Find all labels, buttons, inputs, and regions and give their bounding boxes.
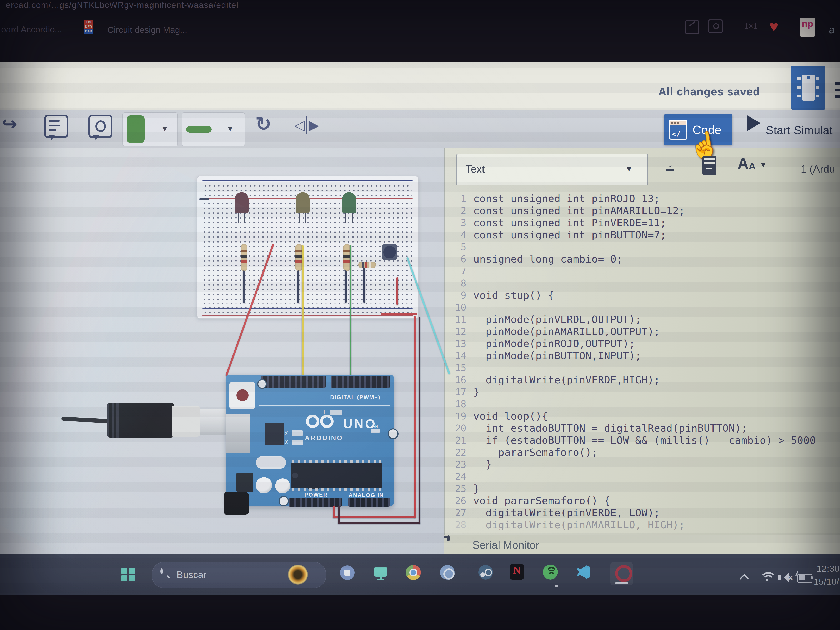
digital-header-pins — [331, 376, 390, 387]
screen-photo: ercad.com/...gs/gNTKLbcWRgv-magnificent-… — [0, 0, 840, 630]
rail-negative-top — [202, 180, 413, 182]
weather-sun-icon — [288, 565, 308, 584]
editor-mode-dropdown[interactable]: Text ▼ — [456, 154, 648, 185]
color-swatch — [127, 115, 145, 143]
text-size-dropdown[interactable]: A A ▼ — [737, 156, 767, 171]
wire-green[interactable] — [350, 245, 352, 377]
share-icon[interactable] — [685, 20, 699, 34]
code-line: 27 digitalWrite(pinVERDE, LOW); — [450, 507, 840, 519]
reset-button[interactable] — [229, 382, 255, 409]
code-line: 14 pinMode(pinBUTTON,INPUT); — [450, 350, 840, 362]
atmega-ic — [291, 463, 382, 488]
active-app-tile[interactable] — [610, 562, 633, 586]
taskbar-monitor-app-icon[interactable] — [374, 567, 387, 580]
code-line: 26void pararSemaforo() { — [450, 494, 840, 507]
wifi-icon[interactable] — [759, 572, 775, 583]
resistor[interactable] — [295, 244, 302, 271]
arduino-logo — [306, 415, 319, 428]
browser-tab-1[interactable]: oard Accordio... — [1, 25, 62, 35]
wire-type-dropdown[interactable]: ▼ — [182, 112, 245, 146]
code-line: 2const unsigned int pinAMARILLO=12; — [450, 205, 840, 217]
wire-black-rail-jumper[interactable] — [199, 198, 209, 200]
taskbar-app-icon[interactable] — [340, 565, 355, 580]
arduino-uno-board[interactable]: DIGITAL (PWM~) L UNO ARDUINO TX RX ON PO… — [226, 374, 394, 506]
code-line: 22 pararSemaforo(); — [450, 446, 840, 458]
usb-plug[interactable] — [107, 403, 174, 437]
tinkercad-favicon: TIN KER CAD — [84, 20, 93, 34]
redo-icon[interactable]: ↪ — [2, 113, 17, 134]
search-input[interactable]: Buscar — [152, 562, 326, 588]
wire-red-power[interactable] — [414, 316, 416, 518]
resistor[interactable] — [343, 244, 350, 271]
wire-dark-power[interactable] — [338, 522, 420, 524]
pushbutton[interactable] — [382, 244, 398, 260]
color-dropdown[interactable]: ▼ — [123, 112, 178, 146]
browser-tab-2[interactable]: Circuit design Mag... — [107, 25, 187, 35]
components-chip-button[interactable] — [791, 66, 826, 110]
steam-icon[interactable] — [478, 565, 493, 579]
wire-black[interactable] — [297, 270, 299, 303]
mirror-flip-icon[interactable]: ◁ ▶ — [294, 116, 319, 134]
mounting-hole — [257, 379, 267, 389]
spotify-icon[interactable] — [543, 565, 558, 579]
led-green[interactable] — [342, 192, 356, 213]
taskbar-app-icon[interactable] — [440, 565, 455, 579]
code-line: 6unsigned long cambio= 0; — [450, 253, 840, 265]
capacitor-oval — [256, 456, 286, 469]
netflix-icon[interactable]: N — [510, 564, 524, 579]
code-line: 12 pinMode(pinAMARILLO,OUTPUT); — [450, 325, 840, 338]
code-line: 23 } — [450, 458, 840, 471]
board-select[interactable]: 1 (Ardu — [801, 163, 835, 175]
wire-black[interactable] — [243, 270, 245, 303]
wire-red-rail[interactable] — [381, 313, 417, 315]
led-red[interactable] — [235, 192, 248, 213]
clock-time[interactable]: 12:30 — [817, 564, 840, 574]
np-extension-icon[interactable]: np — [800, 18, 815, 37]
notes-icon[interactable] — [44, 115, 68, 138]
wire-red-short[interactable] — [396, 277, 398, 305]
profile-avatar[interactable]: a — [829, 23, 835, 36]
wire-red-power[interactable] — [333, 516, 416, 518]
running-indicator — [554, 586, 558, 587]
chevron-down-icon: ▼ — [625, 164, 633, 173]
mounting-hole — [278, 496, 289, 506]
resistor-horizontal[interactable] — [358, 262, 376, 268]
chrome-icon[interactable] — [406, 565, 421, 580]
library-icon[interactable] — [703, 156, 716, 175]
rotate-icon[interactable]: ↻ — [256, 113, 272, 135]
power-label: POWER — [305, 492, 328, 498]
wire-yellow[interactable] — [302, 245, 303, 377]
serial-monitor-bar[interactable]: Serial Monitor — [444, 535, 840, 554]
wire-black[interactable] — [363, 267, 365, 303]
play-icon[interactable] — [747, 115, 760, 131]
wire-dark-power[interactable] — [338, 506, 340, 524]
on-led — [371, 429, 380, 433]
digital-label: DIGITAL (PWM~) — [330, 394, 381, 401]
voltage-regulator — [237, 472, 253, 492]
code-line: 19void loop(){ — [450, 410, 840, 422]
clock-date[interactable]: 15/10/ — [814, 577, 839, 587]
screenshot-icon[interactable] — [708, 19, 723, 33]
overflow-menu-icon[interactable] — [835, 82, 840, 101]
usb-plug-overmold — [172, 406, 201, 437]
label-icon[interactable] — [88, 115, 112, 138]
resistor[interactable] — [241, 244, 248, 271]
code-line: 1const unsigned int pinROJO=13; — [450, 193, 840, 205]
led-yellow[interactable] — [296, 192, 309, 213]
windows-start-button[interactable] — [122, 568, 135, 581]
rail-positive-bottom — [202, 315, 413, 316]
wire-dark-power[interactable] — [418, 317, 420, 524]
code-line: 10 — [450, 301, 840, 313]
code-editor[interactable]: 1const unsigned int pinROJO=13; 2const u… — [450, 193, 840, 534]
favorites-heart-icon[interactable]: ♥ — [769, 17, 778, 35]
start-simulation-button[interactable]: Start Simulat — [766, 123, 840, 137]
serial-monitor-icon — [447, 535, 450, 542]
app-ring-icon — [615, 565, 632, 582]
battery-icon[interactable] — [797, 574, 813, 583]
code-line: 9void stup() { — [450, 289, 840, 301]
wire-black[interactable] — [345, 270, 347, 303]
code-line: 24 — [450, 471, 840, 483]
resize-extension-icon[interactable]: 1×1 — [744, 22, 758, 31]
code-line: 8 — [450, 277, 840, 289]
download-icon[interactable]: ↓ — [666, 157, 674, 171]
